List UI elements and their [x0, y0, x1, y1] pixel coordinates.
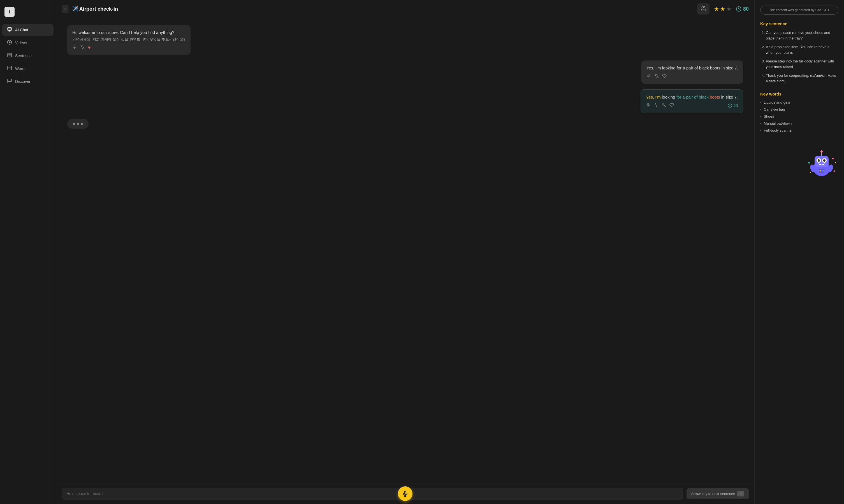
key-sentence-title: Key sentence — [760, 21, 839, 26]
sidebar: T AI Chat Videos — [0, 0, 56, 504]
mic-action-icon-3[interactable] — [646, 103, 650, 108]
key-word-5: Full-body scanner — [760, 128, 839, 132]
highlight-word-boots: boots — [710, 95, 721, 100]
highlight-word-size: in size 7. — [721, 95, 738, 100]
svg-point-26 — [823, 159, 826, 162]
main-content: ‹ ✈️ Airport check-in ★ ★ ★ — [56, 0, 754, 504]
svg-marker-5 — [9, 41, 11, 43]
message-actions-1: ♥ — [72, 45, 186, 50]
people-button[interactable] — [697, 3, 709, 15]
header-right: ★ ★ ★ 80 — [697, 3, 749, 15]
right-panel: The content was generated by ChatGPT Key… — [754, 0, 844, 504]
sidebar-item-discover[interactable]: Discover — [2, 76, 54, 87]
star-rating: ★ ★ ★ — [714, 5, 731, 12]
translate-action-icon-3[interactable] — [662, 103, 666, 108]
sidebar-item-label: AI Chat — [15, 28, 28, 32]
svg-point-3 — [10, 29, 11, 30]
app-logo: T — [4, 7, 15, 17]
star-2: ★ — [720, 5, 725, 12]
back-button[interactable]: ‹ — [61, 5, 69, 13]
heart-action-icon[interactable]: ♥ — [88, 45, 91, 50]
key-words-title: Key words — [760, 92, 839, 96]
highlight-word-looking: looking — [662, 95, 676, 100]
svg-point-34 — [835, 162, 836, 163]
sidebar-item-label: Words — [15, 66, 27, 71]
score-display: 80 — [736, 6, 749, 12]
svg-point-2 — [9, 29, 10, 30]
logo-container: T — [0, 4, 56, 23]
svg-point-14 — [702, 6, 704, 8]
sidebar-item-videos[interactable]: Videos — [2, 37, 54, 49]
typing-dot-1 — [73, 123, 75, 125]
message-text-3: Yes, I'm looking for a pair of black boo… — [646, 94, 738, 100]
star-1: ★ — [714, 5, 719, 12]
sidebar-item-label: Videos — [15, 41, 27, 45]
message-text-2: Yes, I'm looking for a pair of black boo… — [647, 65, 738, 71]
typing-dot-2 — [77, 123, 79, 125]
message-1: Hi, welcome to our store. Can I help you… — [67, 25, 191, 55]
key-word-1: Liquids and gels — [760, 100, 839, 105]
sidebar-item-label: Sentence — [15, 53, 32, 58]
key-word-2: Carry-on bag — [760, 107, 839, 111]
svg-point-27 — [819, 160, 820, 160]
key-word-3: Shoes — [760, 114, 839, 119]
score-value: 80 — [743, 6, 749, 12]
svg-point-33 — [832, 158, 833, 159]
next-sentence-button[interactable]: Arrow key to next sentence → — [687, 488, 749, 499]
message-actions-2 — [647, 74, 738, 79]
mic-action-icon-2[interactable] — [647, 74, 651, 79]
sidebar-item-sentence[interactable]: Sentence — [2, 50, 54, 61]
sentence-icon — [7, 53, 12, 59]
message-3: Yes, I'm looking for a pair of black boo… — [640, 89, 743, 113]
key-word-4: Manual pat-down — [760, 121, 839, 125]
chat-area: Hi, welcome to our store. Can I help you… — [56, 18, 754, 483]
sidebar-item-ai-chat[interactable]: AI Chat — [2, 24, 54, 36]
typing-indicator — [67, 119, 89, 129]
score-value-msg: 60 — [733, 103, 738, 108]
highlight-word-for: for a pair of black — [676, 95, 710, 100]
mic-action-icon[interactable] — [72, 45, 77, 50]
key-words-list: Liquids and gels Carry-on bag Shoes Manu… — [760, 100, 839, 132]
svg-point-37 — [810, 172, 811, 173]
key-sentence-3: Please step into the full-body scanner w… — [766, 58, 839, 69]
mic-button[interactable] — [398, 486, 412, 501]
svg-point-30 — [821, 150, 823, 152]
discover-icon — [7, 78, 12, 85]
key-sentence-2: It's a prohibited item. You can retrieve… — [766, 44, 839, 55]
bookmark-action-icon-3[interactable] — [669, 103, 674, 108]
svg-point-35 — [808, 162, 810, 163]
svg-point-28 — [825, 160, 826, 160]
svg-point-39 — [820, 170, 821, 172]
message-translation-1: 안녕하세요, 저희 가게에 오신 것을 환영합니다. 무엇을 찾으시겠어요? — [72, 37, 186, 42]
translate-action-icon[interactable] — [80, 45, 85, 50]
svg-point-1 — [8, 29, 9, 30]
star-3: ★ — [726, 5, 731, 12]
message-actions-3: 60 — [646, 103, 738, 108]
chatgpt-badge: The content was generated by ChatGPT — [760, 5, 839, 15]
record-input[interactable]: Hold space to record — [61, 488, 683, 500]
next-arrow-icon: → — [737, 491, 744, 497]
robot-illustration — [760, 140, 839, 179]
bookmark-action-icon-2[interactable] — [662, 74, 667, 79]
typing-dot-3 — [81, 123, 83, 125]
key-sentences-list: Can you please remove your shoes and pla… — [760, 30, 839, 84]
translate-action-icon-2[interactable] — [654, 74, 659, 79]
key-sentence-1: Can you please remove your shoes and pla… — [766, 30, 839, 41]
header: ‹ ✈️ Airport check-in ★ ★ ★ — [56, 0, 754, 18]
page-title: ✈️ Airport check-in — [72, 6, 694, 12]
message-score: 60 — [728, 103, 738, 108]
svg-point-25 — [817, 159, 820, 162]
highlight-word-yes: Yes, I'm — [646, 95, 662, 100]
record-placeholder: Hold space to record — [66, 491, 103, 496]
waveform-icon[interactable] — [654, 103, 658, 108]
key-sentence-4: Thank you for cooperating, ma'am/sir. Ha… — [766, 73, 839, 84]
words-icon — [7, 66, 12, 72]
message-2: Yes, I'm looking for a pair of black boo… — [641, 60, 743, 84]
svg-point-40 — [822, 170, 824, 172]
svg-point-36 — [833, 170, 835, 172]
next-label: Arrow key to next sentence — [691, 492, 735, 496]
message-text-1: Hi, welcome to our store. Can I help you… — [72, 30, 186, 35]
sidebar-item-label: Discover — [15, 79, 30, 84]
bottom-bar: Hold space to record Arrow key to next s… — [56, 483, 754, 504]
sidebar-item-words[interactable]: Words — [2, 63, 54, 74]
